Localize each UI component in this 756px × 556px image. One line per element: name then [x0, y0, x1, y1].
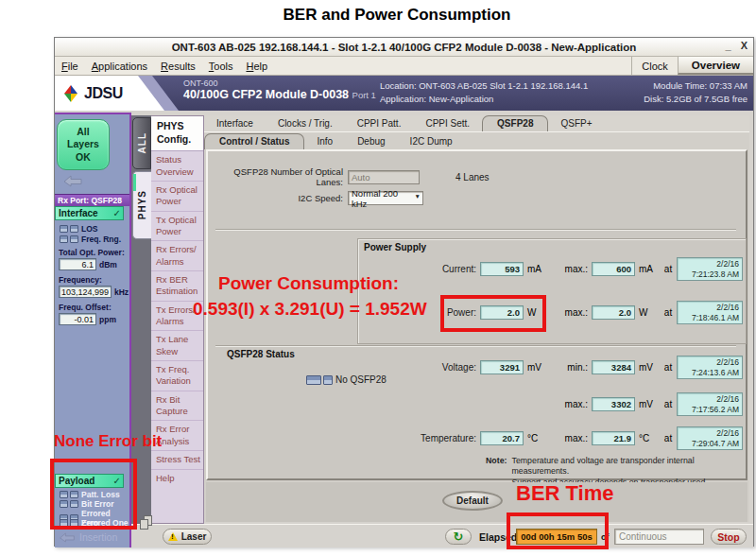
temperature-max-timestamp: 2/2/16 7:29:04.7 AM: [677, 426, 743, 450]
timestamp-time: 7:21:23.8 AM: [680, 269, 739, 280]
voltage-label: Voltage:: [214, 362, 476, 373]
interface-label: Interface: [59, 208, 98, 218]
temperature-unit: °C: [524, 433, 552, 443]
menu-tx-freq-variation[interactable]: Tx Freq. Variation: [151, 361, 203, 391]
stop-button[interactable]: Stop: [711, 529, 747, 545]
optical-lanes-label: QSFP28 Number of Optical Lanes:: [215, 166, 348, 187]
menu-rx-errors-alarms[interactable]: Rx Errors/ Alarms: [151, 241, 203, 271]
laser-button[interactable]: Laser: [163, 529, 212, 545]
laser-label: Laser: [181, 531, 207, 542]
current-max-timestamp: 2/2/16 7:21:23.8 AM: [677, 257, 743, 281]
optical-lanes-row: QSFP28 Number of Optical Lanes: Auto 4 L…: [215, 166, 490, 187]
voltage-min-field: 3284: [592, 360, 635, 374]
clock-label[interactable]: Clock: [631, 57, 678, 75]
timestamp-time: 7:17:56.2 AM: [680, 405, 739, 415]
temperature-label: Temperature:: [214, 433, 476, 443]
menu-help[interactable]: Help: [151, 470, 203, 487]
freq-offset-unit: ppm: [99, 315, 116, 324]
status-bar: Laser ↻ Elapsed 00d 00h 15m 50s of Conti…: [131, 524, 753, 547]
annotation-ber-time: BER Time: [516, 481, 614, 506]
menu-status-overview[interactable]: Status Overview: [151, 151, 203, 182]
voltage-max-timestamp: 2/2/16 7:17:56.2 AM: [677, 392, 743, 416]
tab-cppi-sett[interactable]: CPPI Sett.: [413, 116, 482, 131]
menu-rx-ber-estimation[interactable]: Rx BER Estimation: [151, 271, 203, 302]
optical-lanes-input[interactable]: Auto: [348, 170, 420, 184]
los-label: LOS: [81, 224, 97, 234]
tab-cppi-patt[interactable]: CPPI Patt.: [345, 116, 414, 131]
total-opt-power-label: Total Opt. Power:: [59, 248, 125, 257]
no-qsfp28-label: No QSFP28: [335, 374, 387, 385]
overview-button[interactable]: Overview: [678, 57, 753, 75]
voltage-max-field: 3302: [592, 397, 635, 411]
port-label: Port 1: [352, 90, 376, 100]
menu-rx-bit-capture[interactable]: Rx Bit Capture: [151, 391, 203, 422]
tab-qsfp-plus[interactable]: QSFP+: [548, 116, 604, 131]
menu-help[interactable]: Help: [239, 59, 274, 74]
i2c-speed-select[interactable]: Normal 200 kHz ▼: [348, 191, 423, 205]
layer-tab-all-label: ALL: [137, 132, 147, 153]
app-window: ONT-603 AB-025 192.168.144.1 - Slot 1-2.…: [54, 37, 754, 547]
freq-offset-label: Frequ. Offset:: [59, 303, 112, 312]
menu-results[interactable]: Results: [154, 59, 202, 74]
default-button[interactable]: Default: [442, 491, 503, 511]
tab-clocks-trig[interactable]: Clocks / Trig.: [266, 116, 345, 131]
all-layers-ok-button[interactable]: All Layers OK: [57, 119, 110, 170]
insertion-arrow-icon: [62, 175, 83, 187]
tab-i2c-dump[interactable]: I2C Dump: [398, 134, 465, 149]
minimize-button[interactable]: _: [726, 40, 731, 51]
check-icon: ✓: [113, 207, 121, 219]
device-name: ONT-600: [183, 78, 380, 88]
menu-file[interactable]: File: [55, 59, 85, 74]
annotation-rect-elapsed: [507, 513, 609, 549]
jdsu-logo-icon: [61, 84, 80, 103]
freq-offset-value: -0.01: [59, 313, 96, 325]
tab-qsfp28[interactable]: QSFP28: [482, 115, 548, 131]
tab-control-status[interactable]: Control / Status: [204, 133, 304, 149]
voltage-row: Voltage: 3291 mV min.: 3284 mV at 2/2/16…: [214, 356, 748, 379]
annotation-power-consumption-title: Power Consumption:: [218, 273, 399, 294]
duration-field[interactable]: Continuous: [614, 529, 704, 545]
phys-config-menu: PHYS Config. Status Overview Rx Optical …: [151, 115, 204, 524]
annotation-power-consumption-formula: 0.593(I) x 3.291(U) = 1.952W: [193, 299, 427, 320]
menu-tx-optical-power[interactable]: Tx Optical Power: [151, 212, 203, 242]
menu-stress-test[interactable]: Stress Test: [151, 451, 203, 469]
menu-rx-optical-power[interactable]: Rx Optical Power: [151, 182, 203, 212]
i2c-speed-value: Normal 200 kHz: [352, 188, 415, 209]
total-opt-power-value: 6.1: [59, 258, 96, 270]
voltage-min-unit: mV: [635, 362, 660, 373]
brand-area: JDSU: [55, 76, 180, 111]
refresh-icon: ↻: [454, 530, 464, 543]
voltage-min-timestamp: 2/2/16 7:24:13.6 AM: [677, 356, 743, 379]
refresh-button[interactable]: ↻: [445, 529, 472, 545]
interface-status-button[interactable]: Interface ✓: [55, 206, 124, 220]
menu-bar: File Applications Results Tools Help Clo…: [55, 57, 753, 76]
insertion-control[interactable]: Insertion: [59, 531, 117, 543]
rx-port-header: Rx Port: QSFP28: [55, 194, 129, 206]
copy-pages-icon[interactable]: [140, 515, 154, 531]
menu-tools[interactable]: Tools: [202, 59, 240, 74]
led-icon: [60, 225, 68, 233]
temperature-max-label: max.:: [552, 433, 588, 443]
voltage-unit: mV: [524, 362, 552, 373]
warning-icon: [168, 532, 178, 541]
total-opt-power-unit: dBm: [99, 260, 117, 269]
close-button[interactable]: X: [741, 40, 747, 51]
temperature-value-field: 20.7: [480, 431, 524, 445]
voltage-min-label: min.:: [552, 362, 588, 373]
frequency-value: 103,124,999: [59, 286, 112, 298]
tab-debug[interactable]: Debug: [345, 134, 397, 149]
timestamp-time: 7:24:13.6 AM: [680, 368, 739, 378]
power-max-timestamp: 2/2/16 7:18:46.1 AM: [677, 301, 743, 324]
note-line1: Temperature and voltage are transponder …: [511, 456, 746, 478]
tab-interface[interactable]: Interface: [204, 116, 266, 131]
power-at-label: at: [660, 307, 677, 318]
menu-tx-lane-skew[interactable]: Tx Lane Skew: [151, 331, 203, 361]
tab-info[interactable]: Info: [304, 134, 345, 149]
frequency-unit: kHz: [114, 287, 129, 297]
menu-applications[interactable]: Applications: [85, 59, 154, 74]
layer-tab-all[interactable]: ALL: [132, 117, 151, 169]
chevron-down-icon: ▼: [415, 193, 421, 200]
power-max-field: 2.0: [592, 305, 635, 320]
location-line: Location: ONT-603 AB-025 Slot 1-2.1 192.…: [380, 79, 610, 93]
frequency-label: Frequency:: [59, 275, 102, 285]
